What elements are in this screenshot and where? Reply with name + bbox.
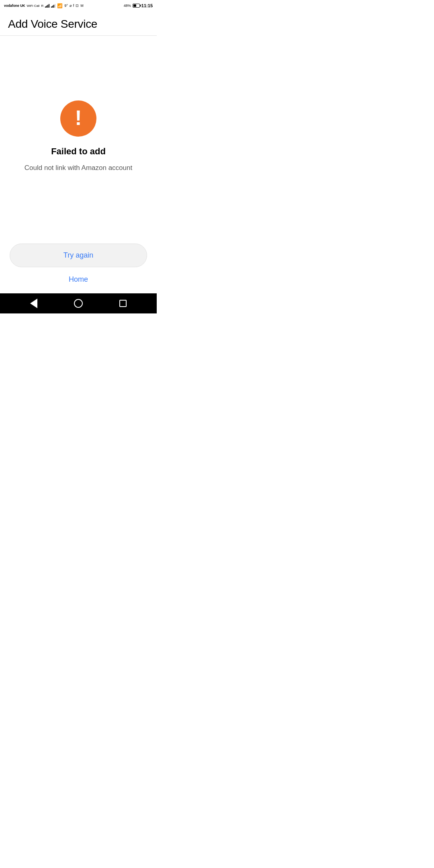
status-left: vodafone UK WiFi Call R 📶 9° ⌀ f ⊡ M xyxy=(4,3,84,8)
back-icon xyxy=(30,299,37,308)
status-bar: vodafone UK WiFi Call R 📶 9° ⌀ f ⊡ M 48% xyxy=(0,0,157,11)
app-header: Add Voice Service xyxy=(0,11,157,36)
battery-percent: 48% xyxy=(124,4,131,8)
nav-bar xyxy=(0,293,157,313)
carrier-name: vodafone UK xyxy=(4,4,25,8)
mail-icon: M xyxy=(80,4,84,8)
home-button[interactable]: Home xyxy=(67,274,90,285)
recent-icon xyxy=(119,300,127,307)
exclamation-icon: ! xyxy=(75,107,82,128)
wifi-icon: 📶 xyxy=(57,3,63,8)
camera-icon: ⊡ xyxy=(76,4,79,8)
home-nav-icon xyxy=(74,299,83,308)
bottom-actions: Try again Home xyxy=(0,237,157,293)
r-indicator: R xyxy=(41,4,43,8)
bluetooth-icon: ⌀ xyxy=(70,4,72,8)
signal-bars-icon xyxy=(45,4,49,8)
try-again-button[interactable]: Try again xyxy=(10,244,147,267)
error-title: Failed to add xyxy=(51,146,106,157)
time-display: 11:15 xyxy=(141,3,153,8)
page-title: Add Voice Service xyxy=(8,18,149,31)
wifi-call-label: WiFi Call xyxy=(27,4,39,8)
error-description: Could not link with Amazon account xyxy=(25,163,132,173)
nav-recent-button[interactable] xyxy=(116,297,130,310)
battery-icon xyxy=(133,4,140,8)
nav-home-button[interactable] xyxy=(71,296,86,311)
status-right: 48% 11:15 xyxy=(124,3,153,8)
nav-back-button[interactable] xyxy=(27,295,41,311)
error-icon-container: ! xyxy=(60,100,96,137)
temperature: 9° xyxy=(64,4,68,8)
signal-bars-2-icon xyxy=(51,4,55,8)
facebook-icon: f xyxy=(73,4,74,8)
main-content: ! Failed to add Could not link with Amaz… xyxy=(0,36,157,237)
